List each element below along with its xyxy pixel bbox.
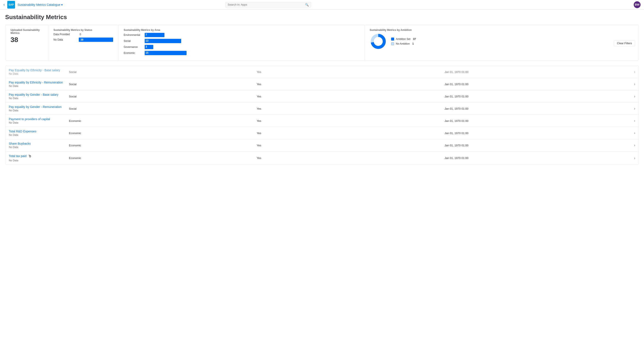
area-bar-social: 13 [145,39,181,43]
by-area-label: Sustainability Metrics by Area [124,28,359,31]
table-row[interactable]: Pay equality by Gender - Base salary No … [5,90,639,103]
area-count-governance: 3 [145,45,148,48]
metric-sub: No Data [9,97,69,100]
metric-ambition: Yes [257,93,444,100]
metric-ambition: Yes [257,81,444,87]
metric-name: Pay equality by Ethnicity - Remuneration [9,81,69,84]
area-bar-wrap-economic: 15 [145,51,359,55]
avatar[interactable]: BW [634,1,640,8]
metric-name: Payment to providers of capital [9,117,69,121]
metric-area: Social [69,105,257,112]
table-row[interactable]: Share Buybacks No Data Economic Yes Jan … [5,139,639,151]
search-bar[interactable]: 🔍 [225,2,311,7]
area-name-social: Social [124,39,143,42]
area-count-social: 13 [145,39,149,42]
legend-value-no-ambition: 1 [412,42,414,45]
table-row[interactable]: Payment to providers of capital No Data … [5,115,639,127]
metric-area: Economic [69,154,257,162]
metric-area: Economic [69,130,257,136]
metric-date: Jan 01, 1970 01:00 [444,130,632,136]
chevron-right-icon: › [634,117,635,124]
legend-no-ambition: No Ambition 1 [391,42,416,45]
metric-area: Economic [69,117,257,124]
metric-ambition: Yes [257,117,444,124]
ambition-block: Ambition Set 37 No Ambition 1 [370,33,605,50]
chevron-right-icon: › [634,81,635,87]
table-row[interactable]: Pay equality by Ethnicity - Remuneration… [5,78,639,90]
area-name-economic: Economic [124,51,143,54]
metric-ambition: Yes [257,68,444,75]
legend-label-no-ambition: No Ambition [396,42,410,45]
svg-point-2 [374,37,382,45]
metric-main: Pay equality by Gender - Base salary No … [9,93,69,100]
metric-name: Total tax paid 🖰 [9,154,69,159]
area-name-governance: Governance [124,45,143,48]
nav-title[interactable]: Sustainability Metrics Catalogue ▾ [18,3,63,6]
metric-date: Jan 01, 1970 01:00 [444,81,632,87]
area-row-environmental: Environmental 7 [124,33,359,37]
metric-name: Pay Equality by Ethnicity - Base salary [9,68,69,72]
by-area-block: Sustainability Metrics by Area Environme… [118,25,364,60]
ambition-legend: Ambition Set 37 No Ambition 1 [391,37,416,45]
metric-date: Jan 01, 1970 01:00 [444,68,632,75]
metric-ambition: Yes [257,105,444,112]
metric-name: Pay equality by Gender - Base salary [9,93,69,96]
metric-name: Total R&D Expenses [9,130,69,133]
legend-ambition-set: Ambition Set 37 [391,37,416,40]
table-row[interactable]: Pay equality by Gender - Remuneration No… [5,103,639,115]
area-bar-wrap-governance: 3 [145,45,359,49]
metric-area: Social [69,81,257,87]
metric-main: Pay equality by Gender - Remuneration No… [9,105,69,112]
metrics-list: Pay Equality by Ethnicity - Base salary … [5,66,639,165]
area-bar-governance: 3 [145,45,153,49]
donut-chart [370,33,387,50]
page-title: Sustainability Metrics [5,14,639,20]
metric-name: Pay equality by Gender - Remuneration [9,105,69,109]
legend-value-ambition-set: 37 [413,37,416,40]
table-row[interactable]: Total R&D Expenses No Data Economic Yes … [5,127,639,139]
by-ambition-label: Sustainability Metrics by Ambition [370,28,605,31]
metric-main: Total R&D Expenses No Data [9,130,69,136]
area-chart: Environmental 7 Social 13 [124,33,359,55]
table-row[interactable]: Total tax paid 🖰 No Data Economic Yes Ja… [5,151,639,165]
metric-main: Total tax paid 🖰 No Data [9,154,69,162]
status-name-data-provided: Data Provided [54,33,77,36]
search-input[interactable] [228,3,303,6]
metric-ambition: Yes [257,154,444,162]
status-table: Data Provided 0 No Data 38 [54,33,113,42]
status-bar-no-data: 38 [79,37,113,42]
metric-sub: No Data [9,72,69,75]
uploaded-label: Uploaded Sustainability Metrics [10,28,43,34]
metric-name: Share Buybacks [9,142,69,145]
status-bar-container-no-data: 38 [79,37,113,42]
metric-sub: No Data [9,121,69,124]
search-icon: 🔍 [305,3,309,6]
table-row[interactable]: Pay Equality by Ethnicity - Base salary … [5,66,639,78]
metric-ambition: Yes [257,142,444,149]
status-no-data: No Data 38 [54,37,113,42]
status-count-no-data: 38 [80,38,84,41]
clear-filters-button[interactable]: Clear Filters [614,40,635,46]
page-content: Sustainability Metrics Uploaded Sustaina… [0,9,644,169]
sap-logo: SAP [7,1,15,8]
metric-sub: No Data [9,133,69,136]
area-row-economic: Economic 15 [124,51,359,55]
area-name-environmental: Environmental [124,33,143,36]
status-data-provided: Data Provided 0 [54,33,113,36]
metric-date: Jan 01, 1970 01:00 [444,142,632,149]
chevron-right-icon: › [634,105,635,112]
clear-filters-wrap: Clear Filters [610,37,639,49]
chevron-right-icon: › [634,142,635,149]
metric-sub: No Data [9,146,69,149]
status-zero: 0 [79,33,81,36]
metric-date: Jan 01, 1970 01:00 [444,117,632,124]
metric-area: Social [69,68,257,75]
legend-label-ambition-set: Ambition Set [396,37,410,40]
metric-sub: No Data [9,159,69,162]
legend-dot-no-ambition [391,42,394,45]
cursor-indicator: 🖰 [28,154,32,158]
top-nav: ‹ SAP Sustainability Metrics Catalogue ▾… [0,0,644,9]
back-button[interactable]: ‹ [4,2,5,7]
chevron-right-icon: › [634,93,635,100]
area-bar-wrap-environmental: 7 [145,33,359,37]
